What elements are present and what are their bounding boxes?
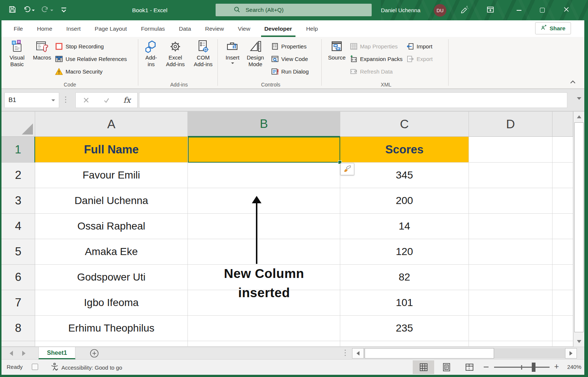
- row-header-5[interactable]: 5: [1, 239, 35, 265]
- column-header-partial[interactable]: [552, 112, 573, 137]
- ribbon-display-options-button[interactable]: [481, 0, 499, 20]
- cell-a5[interactable]: Amaka Eke: [35, 239, 188, 265]
- use-relative-references-button[interactable]: Use Relative References: [55, 53, 127, 64]
- tab-developer[interactable]: Developer: [257, 20, 299, 37]
- column-header-a[interactable]: A: [35, 112, 188, 137]
- excel-add-ins-button[interactable]: Excel Add-ins: [161, 37, 189, 68]
- tab-home[interactable]: Home: [30, 20, 59, 37]
- cell-c2[interactable]: 345: [340, 163, 469, 188]
- sheet-nav-right-button[interactable]: [22, 351, 26, 356]
- paste-options-button[interactable]: [340, 163, 354, 175]
- cell-e4[interactable]: [552, 214, 573, 239]
- scroll-up-button[interactable]: [574, 112, 585, 122]
- row-header-8[interactable]: 8: [1, 316, 35, 341]
- expansion-packs-button[interactable]: Expansion Packs: [350, 53, 403, 64]
- cell-d8[interactable]: [469, 316, 552, 341]
- cell-d2[interactable]: [469, 163, 552, 188]
- account-name[interactable]: Daniel Uchenna: [381, 0, 420, 20]
- cell-e3[interactable]: [552, 188, 573, 214]
- cell-a8[interactable]: Erhimu Theophilus: [35, 316, 188, 341]
- maximize-button[interactable]: [533, 0, 551, 20]
- cell-e2[interactable]: [552, 163, 573, 188]
- run-dialog-button[interactable]: Run Dialog: [271, 66, 309, 77]
- row-header-9-partial[interactable]: [1, 341, 35, 347]
- cell-b1-selected[interactable]: [188, 137, 340, 163]
- com-add-ins-button[interactable]: COM Add-ins: [189, 37, 217, 68]
- column-header-d[interactable]: D: [469, 112, 552, 137]
- tab-help[interactable]: Help: [299, 20, 325, 37]
- minimize-button[interactable]: [510, 0, 528, 20]
- accessibility-status[interactable]: Accessibility: Good to go: [50, 363, 122, 372]
- scroll-left-button[interactable]: [352, 348, 364, 359]
- cell-c6[interactable]: 82: [340, 265, 469, 290]
- visual-basic-button[interactable]: Visual Basic: [3, 37, 31, 68]
- select-all-button[interactable]: [1, 112, 35, 137]
- vertical-scrollbar[interactable]: [573, 112, 584, 347]
- design-mode-button[interactable]: Design Mode: [241, 37, 270, 68]
- row-header-1[interactable]: 1: [1, 137, 35, 163]
- macro-security-button[interactable]: Macro Security: [55, 66, 127, 77]
- cell-c1[interactable]: Scores: [340, 137, 469, 163]
- cell-e6[interactable]: [552, 265, 573, 290]
- horizontal-scrollbar[interactable]: [352, 348, 577, 359]
- source-button[interactable]: Source: [324, 37, 348, 61]
- tab-page-layout[interactable]: Page Layout: [88, 20, 134, 37]
- cell-c4[interactable]: 14: [340, 214, 469, 239]
- zoom-slider-thumb[interactable]: [532, 363, 535, 372]
- cell-a2[interactable]: Favour Emili: [35, 163, 188, 188]
- row-header-7[interactable]: 7: [1, 290, 35, 316]
- formula-bar-resize-handle[interactable]: [65, 96, 66, 103]
- zoom-slider[interactable]: [494, 367, 550, 368]
- row-header-3[interactable]: 3: [1, 188, 35, 214]
- sheet-nav-left-button[interactable]: [10, 351, 13, 356]
- cell-e5[interactable]: [552, 239, 573, 265]
- tab-insert[interactable]: Insert: [59, 20, 88, 37]
- cell-d1[interactable]: [469, 137, 552, 163]
- cell-b3[interactable]: [188, 188, 340, 214]
- new-sheet-button[interactable]: [89, 349, 99, 358]
- cell-e1[interactable]: [552, 137, 573, 163]
- vertical-scrollbar-thumb[interactable]: [574, 122, 584, 332]
- formula-bar-expand-icon[interactable]: [577, 97, 581, 100]
- insert-function-button[interactable]: fx: [119, 94, 134, 107]
- insert-control-button[interactable]: Insert: [220, 37, 241, 64]
- cell-a6[interactable]: Godspower Uti: [35, 265, 188, 290]
- cell-a1[interactable]: Full Name: [35, 137, 188, 163]
- cell-c3[interactable]: 200: [340, 188, 469, 214]
- avatar[interactable]: DU: [434, 4, 446, 17]
- tab-data[interactable]: Data: [172, 20, 198, 37]
- search-box[interactable]: Search (Alt+Q): [216, 4, 372, 16]
- cell-b4[interactable]: [188, 214, 340, 239]
- horizontal-scrollbar-thumb[interactable]: [365, 348, 494, 359]
- customize-quick-access-toolbar-button[interactable]: [57, 3, 70, 17]
- scroll-right-button[interactable]: [565, 348, 577, 359]
- import-button[interactable]: Import: [406, 41, 433, 52]
- tab-view[interactable]: View: [231, 20, 257, 37]
- page-layout-view-button[interactable]: [436, 360, 457, 374]
- save-button[interactable]: [6, 3, 19, 17]
- cell-c7[interactable]: 101: [340, 290, 469, 316]
- undo-button[interactable]: [20, 3, 37, 17]
- cell-d5[interactable]: [469, 239, 552, 265]
- name-box[interactable]: B1: [4, 92, 59, 108]
- row-header-6[interactable]: 6: [1, 265, 35, 290]
- add-ins-button[interactable]: Add-ins: [141, 37, 161, 68]
- cell-d4[interactable]: [469, 214, 552, 239]
- sheet-tab-sheet1[interactable]: Sheet1: [38, 347, 75, 359]
- share-button[interactable]: Share: [535, 22, 571, 34]
- cell-a4[interactable]: Ossai Rapheal: [35, 214, 188, 239]
- column-header-b[interactable]: B: [188, 112, 340, 137]
- close-button[interactable]: [557, 0, 575, 20]
- cell-d7[interactable]: [469, 290, 552, 316]
- cell-b8[interactable]: [188, 316, 340, 341]
- formula-input[interactable]: [139, 92, 567, 108]
- tab-formulas[interactable]: Formulas: [134, 20, 172, 37]
- row-header-2[interactable]: 2: [1, 163, 35, 188]
- cancel-button[interactable]: [79, 94, 94, 107]
- cell-e7[interactable]: [552, 290, 573, 316]
- view-code-button[interactable]: View Code: [271, 53, 309, 64]
- macros-button[interactable]: Macros: [31, 37, 53, 61]
- zoom-in-button[interactable]: +: [552, 363, 561, 371]
- tab-file[interactable]: File: [7, 20, 30, 37]
- macro-record-button[interactable]: [32, 364, 38, 370]
